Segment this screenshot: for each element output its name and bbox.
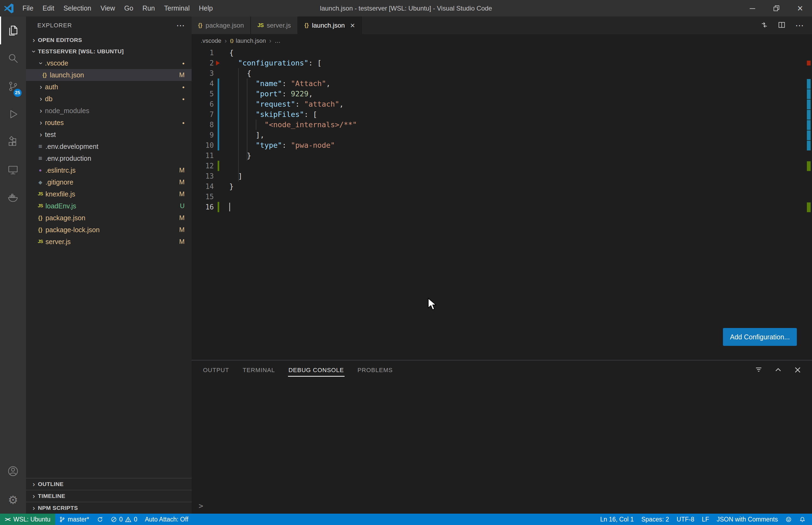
menu-item-edit[interactable]: Edit: [38, 0, 59, 16]
tree-item-package-json[interactable]: {}package.jsonM: [26, 212, 192, 224]
menu-item-run[interactable]: Run: [138, 0, 160, 16]
timeline-section[interactable]: › TIMELINE: [26, 490, 192, 502]
line-number[interactable]: 15: [192, 192, 214, 202]
workspace-section[interactable]: › TESTSERVER [WSL: UBUNTU]: [26, 46, 192, 57]
tree-item-server-js[interactable]: JSserver.jsM: [26, 236, 192, 247]
line-number[interactable]: 2: [192, 58, 214, 68]
editor-tab-launch-json[interactable]: {}launch.json×: [298, 16, 362, 34]
code-line-7[interactable]: 7 "skipFiles": [: [192, 109, 812, 120]
breadcrumb-item-vscode[interactable]: .vscode: [201, 38, 221, 44]
panel-tab-terminal[interactable]: TERMINAL: [242, 364, 275, 377]
add-configuration-button[interactable]: Add Configuration...: [723, 328, 797, 346]
tree-item-routes[interactable]: ›routes●: [26, 117, 192, 129]
line-number[interactable]: 1: [192, 48, 214, 58]
problems-summary[interactable]: 0 0: [107, 514, 141, 525]
code-line-16[interactable]: 16: [192, 202, 812, 212]
line-number[interactable]: 13: [192, 171, 214, 181]
menu-item-terminal[interactable]: Terminal: [160, 0, 194, 16]
open-editors-section[interactable]: › OPEN EDITORS: [26, 34, 192, 46]
notifications-item[interactable]: [796, 514, 809, 525]
menu-item-file[interactable]: File: [18, 0, 38, 16]
code-line-6[interactable]: 6 "request": "attach",: [192, 99, 812, 109]
editor-tab-server-js[interactable]: JSserver.js: [251, 16, 298, 34]
tree-item-eslintrc-js[interactable]: ●.eslintrc.jsM: [26, 164, 192, 176]
code-line-8[interactable]: 8 "<node_internals>/**": [192, 120, 812, 130]
tree-item-gitignore[interactable]: ◆.gitignoreM: [26, 176, 192, 188]
line-number[interactable]: 11: [192, 150, 214, 161]
code-line-4[interactable]: 4 "name": "Attach",: [192, 78, 812, 89]
tree-item-env-production[interactable]: ≡.env.production: [26, 152, 192, 164]
activity-run-and-debug[interactable]: [0, 100, 26, 128]
editor-tab-package-json[interactable]: {}package.json: [192, 16, 251, 34]
line-number[interactable]: 10: [192, 140, 214, 150]
minimize-button[interactable]: ─: [740, 0, 764, 16]
activity-docker[interactable]: [0, 184, 26, 212]
tree-item-env-development[interactable]: ≡.env.development: [26, 140, 192, 152]
tree-item-package-lock-json[interactable]: {}package-lock.jsonM: [26, 224, 192, 236]
activity-remote-explorer[interactable]: [0, 156, 26, 184]
activity-accounts[interactable]: [0, 457, 26, 485]
cursor-position-item[interactable]: Ln 16, Col 1: [596, 514, 637, 525]
panel-tab-problems[interactable]: PROBLEMS: [357, 364, 393, 377]
activity-settings[interactable]: ⚙: [0, 486, 26, 514]
tree-item-launch-json[interactable]: {}launch.jsonM: [26, 69, 192, 81]
close-window-button[interactable]: ×: [788, 0, 812, 16]
code-line-14[interactable]: 14}: [192, 181, 812, 192]
tree-item-knexfile-js[interactable]: JSknexfile.jsM: [26, 188, 192, 200]
split-editor-icon[interactable]: [778, 21, 785, 30]
tree-item-auth[interactable]: ›auth●: [26, 81, 192, 93]
debug-console-output[interactable]: >: [192, 380, 812, 514]
panel-tab-output[interactable]: OUTPUT: [202, 364, 229, 377]
activity-extensions[interactable]: [0, 128, 26, 156]
code-line-3[interactable]: 3 {: [192, 68, 812, 78]
code-line-1[interactable]: 1{: [192, 48, 812, 58]
activity-source-control[interactable]: 25: [0, 72, 26, 100]
breadcrumb-item-launch-json[interactable]: {}launch.json: [230, 38, 266, 44]
close-panel-icon[interactable]: [794, 366, 802, 375]
language-mode-item[interactable]: JSON with Comments: [713, 514, 782, 525]
filter-icon[interactable]: [755, 366, 763, 375]
tree-item-node-modules[interactable]: ›node_modules: [26, 105, 192, 117]
line-number[interactable]: 16: [192, 202, 214, 212]
activity-search[interactable]: [0, 44, 26, 72]
line-number[interactable]: 8: [192, 120, 214, 130]
sync-button[interactable]: [93, 514, 107, 525]
editor-pane[interactable]: 1{2 "configurations": [3 {4 "name": "Att…: [192, 48, 812, 360]
auto-attach-item[interactable]: Auto Attach: Off: [141, 514, 192, 525]
code-line-5[interactable]: 5 "port": 9229,: [192, 89, 812, 99]
git-branch-item[interactable]: master*: [55, 514, 93, 525]
tree-item-test[interactable]: ›test: [26, 129, 192, 140]
line-number[interactable]: 3: [192, 68, 214, 78]
restore-button[interactable]: [764, 0, 788, 16]
outline-section[interactable]: › OUTLINE: [26, 478, 192, 490]
panel-tab-debug-console[interactable]: DEBUG CONSOLE: [288, 364, 345, 377]
encoding-item[interactable]: UTF-8: [673, 514, 698, 525]
code-line-9[interactable]: 9 ],: [192, 130, 812, 140]
line-number[interactable]: 6: [192, 99, 214, 109]
remote-indicator[interactable]: >< WSL: Ubuntu: [0, 514, 55, 525]
menu-item-selection[interactable]: Selection: [59, 0, 96, 16]
code-line-12[interactable]: 12: [192, 161, 812, 171]
code-line-11[interactable]: 11 }: [192, 150, 812, 161]
tree-item-db[interactable]: ›db●: [26, 93, 192, 105]
code-line-2[interactable]: 2 "configurations": [: [192, 58, 812, 68]
breadcrumb-item-[interactable]: …: [274, 38, 281, 44]
menu-item-go[interactable]: Go: [120, 0, 138, 16]
debug-input-chevron-icon[interactable]: >: [199, 501, 203, 510]
line-number[interactable]: 4: [192, 78, 214, 89]
line-number[interactable]: 5: [192, 89, 214, 99]
line-number[interactable]: 12: [192, 161, 214, 171]
eol-item[interactable]: LF: [698, 514, 713, 525]
menu-item-view[interactable]: View: [96, 0, 120, 16]
npm-scripts-section[interactable]: › NPM SCRIPTS: [26, 502, 192, 514]
tree-item-vscode[interactable]: ›.vscode●: [26, 57, 192, 69]
line-number[interactable]: 14: [192, 181, 214, 192]
code-line-15[interactable]: 15: [192, 192, 812, 202]
tree-item-loadenv-js[interactable]: JSloadEnv.jsU: [26, 200, 192, 212]
code-line-10[interactable]: 10 "type": "pwa-node": [192, 140, 812, 150]
activity-explorer[interactable]: [0, 16, 26, 44]
open-changes-icon[interactable]: [761, 21, 768, 30]
code-line-13[interactable]: 13 ]: [192, 171, 812, 181]
feedback-item[interactable]: [782, 514, 796, 525]
line-number[interactable]: 7: [192, 109, 214, 120]
